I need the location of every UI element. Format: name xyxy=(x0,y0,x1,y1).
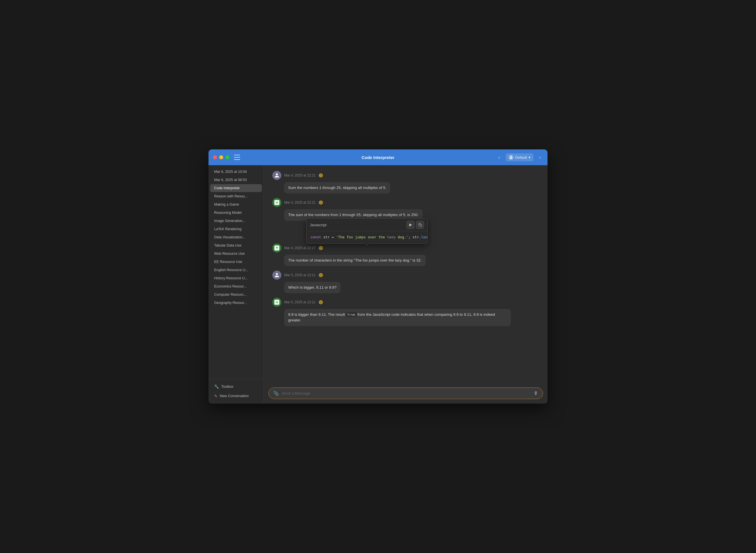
ai-avatar-inner-2: ✦ xyxy=(274,245,280,250)
message-bubble-5: 9.9 is bigger than 9.11. The result true… xyxy=(284,309,511,326)
sidebar-item-code-interpreter[interactable]: Code Interpreter xyxy=(210,184,262,192)
main-content: Mar 6, 2025 at 10:04 Mar 6, 2025 at 08:5… xyxy=(209,165,547,404)
svg-rect-0 xyxy=(420,224,422,226)
sidebar: Mar 6, 2025 at 10:04 Mar 6, 2025 at 08:5… xyxy=(209,165,264,404)
message-header-4: Mar 5, 2025 at 13:11 🙂 xyxy=(272,270,539,280)
profile-button[interactable]: Default ▾ xyxy=(506,153,533,161)
reaction-button-1[interactable]: 🙂 xyxy=(318,173,323,178)
ai-avatar-inner-3: ✦ xyxy=(274,300,280,305)
message-bubble-1: Sum the numbers 1 through 25, skipping a… xyxy=(284,182,390,193)
code-block-content: const str = 'The fox jumps over the lazy… xyxy=(307,231,428,243)
sidebar-item-latex-rendering[interactable]: LaTeX Rendering xyxy=(210,225,262,233)
nav-back-button[interactable]: ‹ xyxy=(496,153,502,162)
ai-avatar-1: ✦ xyxy=(272,198,281,207)
message-time-1: Mar 4, 2025 at 22:21 xyxy=(284,173,316,177)
sidebar-item-geography-resource[interactable]: Geography Resour... xyxy=(210,299,262,307)
run-code-button[interactable] xyxy=(406,221,414,229)
input-container: 📎 🎙 xyxy=(269,388,543,399)
message-header-3: ✦ Mar 4, 2025 at 22:27 🙂 xyxy=(272,243,539,252)
message-bubble-4: Which is bigger, 9.11 or 9.9? xyxy=(284,282,341,293)
message-time-2: Mar 4, 2025 at 22:21 xyxy=(284,201,316,205)
message-group-4: Mar 5, 2025 at 13:11 🙂 Which is bigger, … xyxy=(272,270,539,293)
user-avatar-2 xyxy=(272,270,281,280)
window-title: Code Interpreter xyxy=(362,155,395,160)
message-time-5: Mar 5, 2025 at 13:11 xyxy=(284,300,316,304)
sidebar-item-data-visualization[interactable]: Data Visualization... xyxy=(210,233,262,241)
toolbox-icon: 🔧 xyxy=(214,384,219,389)
ai-avatar-3: ✦ xyxy=(272,298,281,307)
sidebar-toggle-button[interactable] xyxy=(234,155,240,160)
message-header-2: ✦ Mar 4, 2025 at 22:21 🙂 xyxy=(272,198,539,207)
nav-forward-button[interactable]: › xyxy=(537,153,543,162)
sidebar-item-mar6-0853[interactable]: Mar 6, 2025 at 08:53 xyxy=(210,176,262,184)
messages-container: Mar 4, 2025 at 22:21 🙂 Sum the numbers 1… xyxy=(264,165,547,384)
message-group-2: ✦ Mar 4, 2025 at 22:21 🙂 The sum of the … xyxy=(272,198,539,221)
copy-code-button[interactable] xyxy=(416,221,424,229)
profile-label: Default xyxy=(515,155,527,160)
message-header-5: ✦ Mar 5, 2025 at 13:11 🙂 xyxy=(272,298,539,307)
sidebar-item-history-resource[interactable]: History Resource U... xyxy=(210,274,262,282)
profile-chevron-icon: ▾ xyxy=(529,155,531,160)
code-tooltip-title: Javascript xyxy=(310,223,326,227)
attach-button[interactable]: 📎 xyxy=(273,391,279,396)
user-avatar xyxy=(272,171,281,180)
sidebar-item-computer-resource[interactable]: Computer Resourc... xyxy=(210,291,262,299)
message-input[interactable] xyxy=(282,391,531,395)
sidebar-item-reasoning-model[interactable]: Reasoning Model xyxy=(210,209,262,217)
sidebar-items-list: Mar 6, 2025 at 10:04 Mar 6, 2025 at 08:5… xyxy=(209,165,263,379)
sidebar-item-reason-resou[interactable]: Reason with Resou... xyxy=(210,192,262,200)
reaction-button-2[interactable]: 🙂 xyxy=(318,200,323,205)
maximize-button[interactable] xyxy=(225,155,229,159)
microphone-button[interactable]: 🎙 xyxy=(534,391,538,396)
close-button[interactable] xyxy=(213,155,217,159)
sidebar-item-making-game[interactable]: Making a Game xyxy=(210,201,262,209)
reaction-button-4[interactable]: 🙂 xyxy=(318,273,323,278)
toolbox-button[interactable]: 🔧 Toolbox xyxy=(210,382,262,391)
sidebar-item-web-resource[interactable]: Web Resource Use xyxy=(210,250,262,257)
message-header-1: Mar 4, 2025 at 22:21 🙂 xyxy=(272,171,539,180)
msg2-partial: The sum of the numbers from 1 through 25… xyxy=(288,213,419,217)
sidebar-item-economics-resource[interactable]: Economics Resour... xyxy=(210,283,262,290)
ai-avatar-inner: ✦ xyxy=(274,200,280,205)
chat-area: Javascript const str = 'The fox jumps ov… xyxy=(264,165,547,404)
message-group-5: ✦ Mar 5, 2025 at 13:11 🙂 9.9 is bigger t… xyxy=(272,298,539,326)
message-time-4: Mar 5, 2025 at 13:11 xyxy=(284,273,316,277)
ai-avatar-2: ✦ xyxy=(272,243,281,252)
titlebar-right: ‹ Default ▾ › xyxy=(496,153,543,162)
message-group-3: ✦ Mar 4, 2025 at 22:27 🙂 The number of c… xyxy=(272,243,539,266)
sidebar-item-tabular-data[interactable]: Tabular Data Use xyxy=(210,241,262,249)
message-time-3: Mar 4, 2025 at 22:27 xyxy=(284,246,316,250)
sidebar-item-mar6-1004[interactable]: Mar 6, 2025 at 10:04 xyxy=(210,168,262,176)
input-area: 📎 🎙 xyxy=(264,384,547,404)
minimize-button[interactable] xyxy=(219,155,223,159)
new-conversation-label: New Conversation xyxy=(220,394,249,398)
new-conversation-icon: ✎ xyxy=(214,394,218,398)
reaction-button-3[interactable]: 🙂 xyxy=(318,246,323,250)
profile-icon xyxy=(509,155,514,160)
code-tooltip-popup: Javascript const str = 'The fox jumps ov… xyxy=(306,218,428,244)
sidebar-bottom: 🔧 Toolbox ✎ New Conversation xyxy=(209,379,263,404)
sidebar-item-ee-resource[interactable]: EE Resource Use xyxy=(210,258,262,266)
code-tooltip-actions xyxy=(406,221,424,229)
main-window: Code Interpreter ‹ Default ▾ › Mar 6, 20… xyxy=(209,149,547,404)
code-tooltip-header: Javascript xyxy=(307,219,428,231)
toolbox-label: Toolbox xyxy=(221,385,233,389)
reaction-button-5[interactable]: 🙂 xyxy=(318,300,323,305)
message-group-1: Mar 4, 2025 at 22:21 🙂 Sum the numbers 1… xyxy=(272,171,539,193)
traffic-lights xyxy=(213,155,229,159)
sidebar-item-english-resource[interactable]: English Resource U... xyxy=(210,266,262,274)
titlebar: Code Interpreter ‹ Default ▾ › xyxy=(209,149,547,165)
new-conversation-button[interactable]: ✎ New Conversation xyxy=(210,391,262,400)
sidebar-item-image-generation[interactable]: Image Generation... xyxy=(210,217,262,225)
message-bubble-3: The number of characters in the string "… xyxy=(284,255,426,266)
